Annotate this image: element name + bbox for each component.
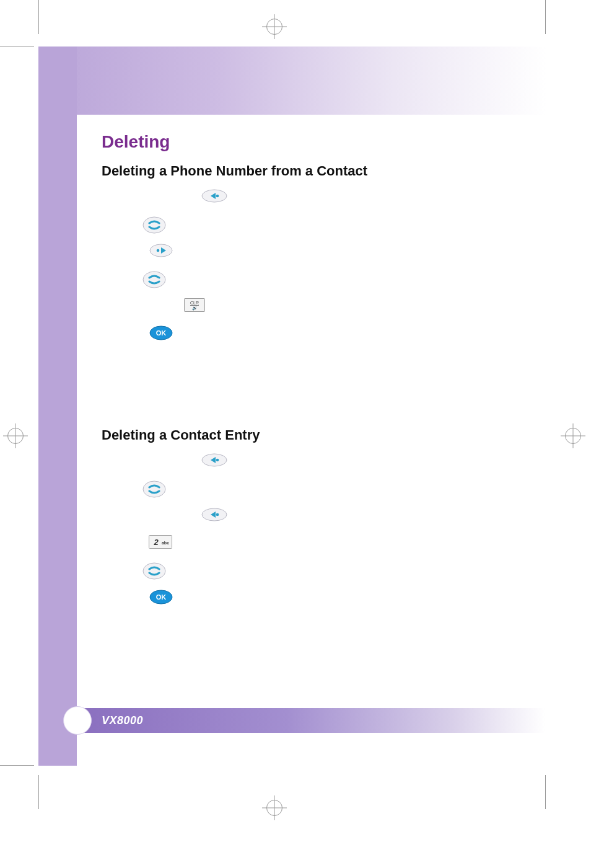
crop-mark <box>0 765 34 766</box>
step-text: Use <box>121 274 139 284</box>
crop-mark <box>38 0 39 34</box>
step-text: Press and hold <box>121 299 182 309</box>
nav-updown-icon <box>142 480 167 498</box>
step-item: Use to highlight the phone number. <box>102 271 527 290</box>
step-text: to highlight Yes. <box>169 565 232 575</box>
step-text: Delete. <box>175 536 204 546</box>
step-item: Press Left Soft Key Options. <box>102 508 527 526</box>
step-text: Press Left Soft Key <box>121 190 198 200</box>
step-text: Press Left Soft Key <box>121 509 198 519</box>
step-text: Use <box>121 565 139 575</box>
crop-mark <box>545 775 546 809</box>
step-item: Use to highlight Yes. <box>102 562 527 581</box>
step-text: to highlight the Contact entry to be del… <box>169 483 337 493</box>
step-text: to highlight the entry. <box>176 245 258 255</box>
step-item: Press and hold to delete the number. <box>102 298 527 317</box>
registration-mark-icon <box>266 19 282 35</box>
nav-updown-icon <box>142 216 167 234</box>
registration-mark-icon <box>7 428 24 444</box>
footer-circle-icon <box>63 706 92 735</box>
left-soft-key-icon <box>201 189 228 203</box>
crop-mark <box>545 0 546 34</box>
step-item: Press Delete. <box>102 535 527 554</box>
page-title: Deleting <box>102 132 527 152</box>
step-text: Options. <box>230 509 265 519</box>
step-text: Press <box>121 245 146 255</box>
step-item: Press Left Soft Key Contacts. <box>102 453 527 472</box>
step-item: Press to highlight the entry. <box>102 244 527 262</box>
nav-updown-icon <box>142 271 167 288</box>
step-text: Press <box>121 591 146 601</box>
step-item: Press . <box>102 590 527 608</box>
left-soft-key-icon <box>201 508 228 521</box>
steps-list: Press Left Soft Key Contacts.Use to high… <box>102 189 527 344</box>
step-item: Press Left Soft Key Contacts. <box>102 189 527 208</box>
step-text: to delete the number. <box>208 299 291 309</box>
registration-mark-icon <box>565 428 581 444</box>
registration-mark-icon <box>266 800 282 816</box>
footer-bar: VX8000 <box>77 708 545 733</box>
header-gradient <box>38 46 546 115</box>
step-text: . <box>176 327 181 337</box>
nav-right-icon <box>149 244 173 257</box>
step-text: Press <box>121 536 146 546</box>
model-label: VX8000 <box>102 714 143 727</box>
step-text: Press <box>121 327 146 337</box>
step-text: . <box>176 591 181 601</box>
step-item: Use to highlight the Contact entry. <box>102 216 527 235</box>
crop-mark <box>38 775 39 809</box>
key-2abc-icon <box>149 535 172 549</box>
step-text: Contacts. <box>230 454 269 464</box>
section-heading: Deleting a Contact Entry <box>102 427 527 443</box>
steps-list: Press Left Soft Key Contacts.Use to high… <box>102 453 527 608</box>
crop-mark <box>0 46 34 47</box>
section-heading: Deleting a Phone Number from a Contact <box>102 163 527 179</box>
step-text: to highlight the phone number. <box>169 274 288 284</box>
manual-page: Deleting Deleting a Phone Number from a … <box>0 0 591 868</box>
step-text: Contacts. <box>230 190 269 200</box>
nav-updown-icon <box>142 562 167 580</box>
step-text: to highlight the Contact entry. <box>169 219 284 229</box>
step-item: Use to highlight the Contact entry to be… <box>102 480 527 499</box>
ok-key-icon <box>149 590 173 604</box>
step-item: Press . <box>102 326 527 344</box>
step-text: Press Left Soft Key <box>121 454 198 464</box>
clr-key-icon <box>184 298 205 312</box>
ok-key-icon <box>149 326 173 340</box>
step-text: Use <box>121 219 139 229</box>
side-gradient <box>38 46 77 766</box>
step-text: Use <box>121 483 139 493</box>
note-text: A confirmation message is displayed brie… <box>121 353 527 365</box>
left-soft-key-icon <box>201 453 228 467</box>
page-content: Deleting Deleting a Phone Number from a … <box>77 115 545 766</box>
